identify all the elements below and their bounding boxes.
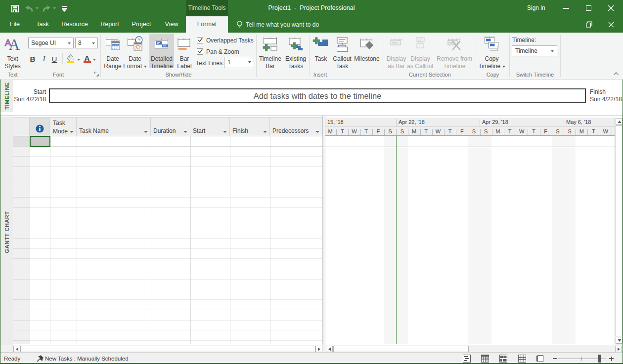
svg-text:A: A — [8, 36, 20, 53]
